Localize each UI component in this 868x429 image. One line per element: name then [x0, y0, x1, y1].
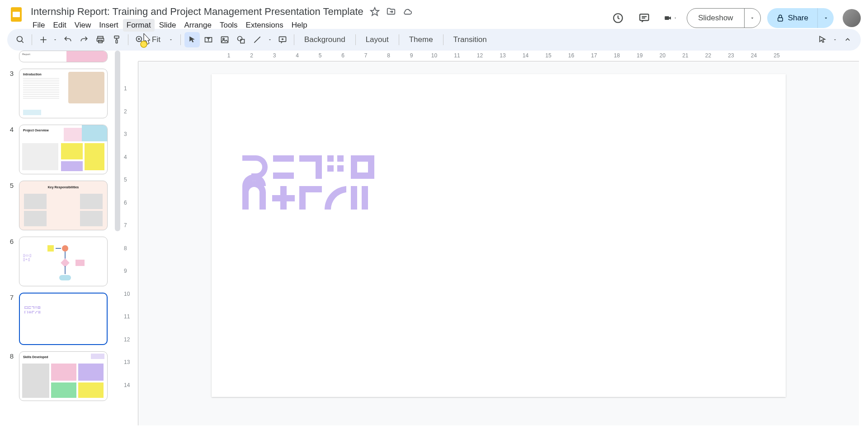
main-area: Report 3 Introduction 4 Project Overview: [0, 51, 868, 425]
menu-slide[interactable]: Slide: [156, 19, 180, 32]
thumb-title: Introduction: [23, 73, 42, 76]
version-history-icon[interactable]: [608, 8, 628, 28]
ruler-horizontal[interactable]: 1234567891011121314151617181920212223242…: [138, 51, 859, 61]
thumbnail-4[interactable]: Project Overview: [19, 125, 108, 174]
menu-insert[interactable]: Insert: [95, 19, 122, 32]
video-call-button[interactable]: [660, 8, 680, 28]
chevron-down-icon: [169, 37, 173, 42]
svg-rect-41: [38, 311, 39, 313]
menu-help[interactable]: Help: [288, 19, 311, 32]
textbox-tool[interactable]: [201, 32, 216, 47]
menu-edit[interactable]: Edit: [49, 19, 70, 32]
move-folder-icon[interactable]: [386, 7, 396, 17]
thumbnail-6[interactable]: ▯▭▯▯+▯: [19, 237, 108, 286]
mode-dropdown[interactable]: [831, 32, 839, 47]
slide-canvas[interactable]: [212, 74, 786, 397]
new-slide-button[interactable]: [36, 32, 59, 47]
separator: [399, 34, 399, 45]
background-button[interactable]: Background: [298, 32, 352, 47]
thumbnail-8[interactable]: Skills Developed: [19, 351, 108, 401]
separator: [128, 34, 128, 45]
paint-format-button[interactable]: [109, 32, 124, 47]
zoom-value: Fit: [152, 35, 160, 44]
menu-arrange[interactable]: Arrange: [180, 19, 215, 32]
abstract-logo-graphic[interactable]: [242, 155, 378, 211]
svg-rect-16: [114, 36, 119, 38]
svg-rect-40: [28, 312, 31, 313]
svg-rect-36: [36, 306, 37, 307]
collapse-toolbar-icon[interactable]: [840, 32, 855, 47]
print-button[interactable]: [93, 32, 108, 47]
svg-rect-35: [35, 306, 36, 307]
redo-button[interactable]: [76, 32, 92, 47]
chevron-down-icon: [750, 15, 755, 21]
thumbnail-7-selected[interactable]: [19, 293, 108, 345]
svg-rect-4: [640, 14, 649, 20]
ruler-vertical[interactable]: 1234567891011121314: [122, 61, 138, 425]
mode-cursor-icon[interactable]: [815, 32, 830, 47]
slideshow-dropdown[interactable]: [744, 9, 760, 28]
abstract-logo-thumb: [24, 305, 44, 315]
undo-button[interactable]: [60, 32, 75, 47]
shape-tool[interactable]: [233, 32, 249, 47]
plus-icon[interactable]: [36, 32, 51, 47]
menu-format[interactable]: Format: [123, 19, 155, 32]
svg-line-29: [254, 37, 260, 42]
separator: [443, 34, 443, 45]
svg-rect-46: [337, 155, 344, 162]
select-tool[interactable]: [184, 32, 200, 47]
svg-point-9: [17, 37, 23, 42]
line-dropdown[interactable]: [266, 32, 274, 47]
layout-button[interactable]: Layout: [359, 32, 395, 47]
thumbnail-row: 3 Introduction: [7, 69, 118, 118]
svg-rect-47: [327, 165, 334, 172]
canvas-area[interactable]: [138, 61, 859, 425]
theme-button[interactable]: Theme: [403, 32, 439, 47]
share-dropdown[interactable]: [817, 8, 834, 28]
account-avatar[interactable]: [843, 9, 861, 27]
thumbnail-row: 6 ▯▭▯▯+▯: [7, 237, 118, 286]
document-title[interactable]: Internship Report: Training and Project …: [29, 5, 365, 19]
image-tool[interactable]: [217, 32, 232, 47]
svg-rect-42: [39, 311, 40, 313]
svg-rect-44: [273, 173, 294, 179]
search-menus-button[interactable]: [13, 32, 28, 47]
title-row: Internship Report: Training and Project …: [29, 5, 412, 18]
menu-file[interactable]: File: [29, 19, 48, 32]
comments-icon[interactable]: [634, 8, 654, 28]
cloud-saved-icon[interactable]: [402, 7, 412, 17]
share-main[interactable]: Share: [767, 8, 817, 28]
zoom-icon-button[interactable]: [132, 32, 147, 47]
thumbnail-3[interactable]: Introduction: [19, 69, 108, 118]
svg-rect-28: [241, 39, 244, 43]
thumbnail-panel[interactable]: Report 3 Introduction 4 Project Overview: [0, 51, 122, 425]
thumb-title: Report: [22, 53, 30, 56]
menu-extensions[interactable]: Extensions: [242, 19, 287, 32]
svg-rect-1: [13, 12, 20, 17]
separator: [294, 34, 294, 45]
zoom-select[interactable]: Fit: [148, 35, 177, 44]
chevron-down-icon: [674, 15, 677, 21]
comment-tool[interactable]: [275, 32, 290, 47]
transition-button[interactable]: Transition: [447, 32, 493, 47]
svg-line-19: [141, 41, 143, 43]
thumbnail-2-partial[interactable]: Report: [19, 51, 108, 62]
menu-tools[interactable]: Tools: [216, 19, 241, 32]
thumbnail-5[interactable]: Key Responsibilities: [19, 181, 108, 230]
line-tool[interactable]: [250, 32, 265, 47]
app-header: Internship Report: Training and Project …: [0, 0, 868, 29]
star-icon[interactable]: [370, 7, 380, 17]
menu-bar: File Edit View Insert Format Slide Arran…: [29, 19, 412, 32]
thumbnail-row: 7: [7, 293, 118, 345]
svg-rect-45: [327, 155, 334, 162]
slideshow-main[interactable]: Slideshow: [687, 9, 744, 28]
thumbnail-scrollbar[interactable]: [115, 51, 120, 231]
slides-logo-icon[interactable]: [7, 5, 25, 23]
svg-rect-7: [665, 16, 669, 20]
thumb-number: 7: [7, 293, 14, 301]
new-slide-dropdown[interactable]: [51, 32, 59, 47]
separator: [355, 34, 356, 45]
menu-view[interactable]: View: [71, 19, 95, 32]
thumb-number: [7, 51, 14, 51]
thumb-title: Skills Developed: [23, 355, 48, 359]
